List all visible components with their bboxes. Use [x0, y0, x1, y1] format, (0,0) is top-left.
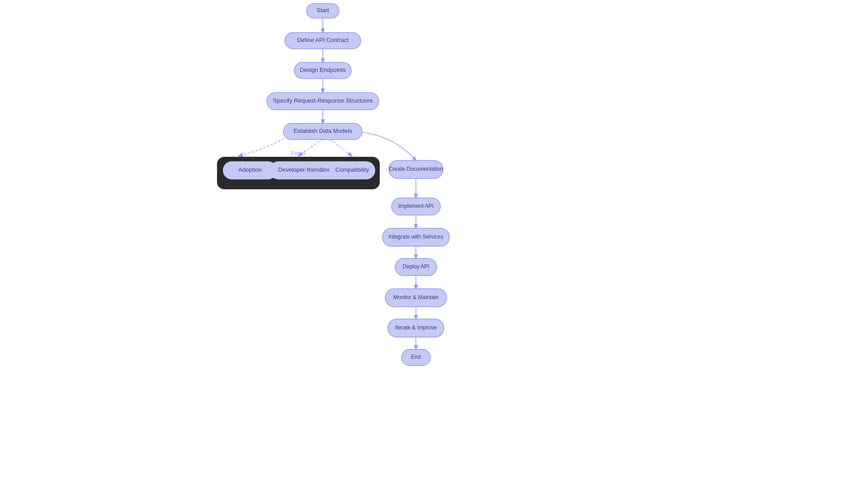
- focus-label: Focus: [291, 150, 306, 156]
- diagram-container: Start Define API Contract Design Endpoin…: [0, 0, 868, 488]
- establish-data-models-label: Establish Data Models: [293, 127, 352, 134]
- design-endpoints-label: Design Endpoints: [300, 66, 346, 73]
- define-api-contract-label: Define API Contract: [297, 37, 349, 43]
- end-label: End: [411, 354, 420, 360]
- compatibility-label: Compatibility: [335, 166, 369, 173]
- monitor-maintain-label: Monitor & Maintain: [393, 294, 439, 300]
- start-label: Start: [316, 7, 329, 14]
- integrate-services-label: Integrate with Services: [388, 234, 443, 240]
- adoption-label: Adoption: [238, 166, 261, 173]
- specify-rr-label: Specify Request-Response Structures: [273, 97, 373, 104]
- developer-friendliness-label: Developer-friendliness: [278, 166, 337, 173]
- iterate-improve-label: Iterate & Improve: [395, 324, 437, 331]
- create-documentation-label: Create Documentation: [389, 166, 443, 172]
- implement-api-label: Implement API: [398, 203, 434, 209]
- deploy-api-label: Deploy API: [402, 263, 429, 270]
- flowchart-svg: Start Define API Contract Design Endpoin…: [0, 0, 868, 488]
